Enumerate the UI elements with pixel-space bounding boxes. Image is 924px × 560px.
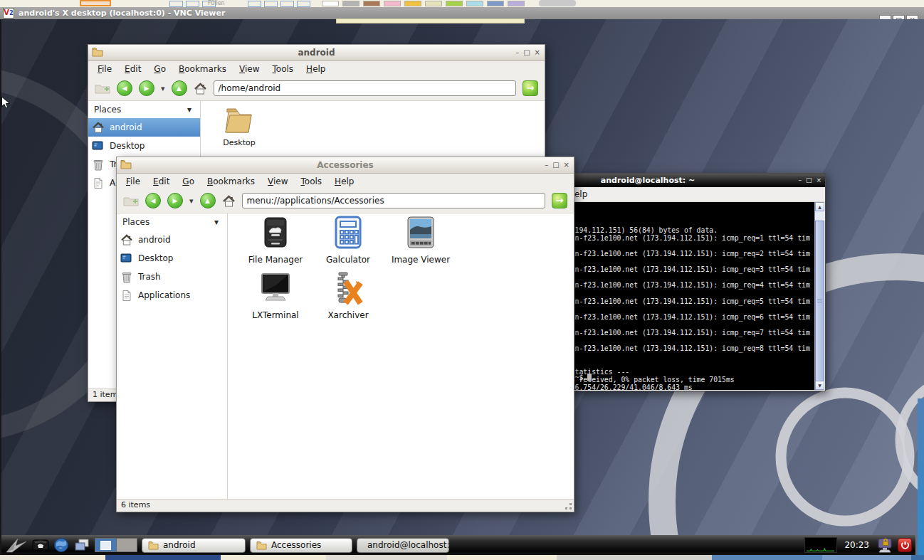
vnc-titlebar[interactable]: V2 android's X desktop (localhost:0) - V… [0, 7, 924, 19]
palette-swatch[interactable] [487, 1, 504, 6]
menu-item-view[interactable]: View [261, 176, 294, 186]
cpu-monitor[interactable] [804, 537, 837, 553]
app-icon-galculator[interactable]: Galculator [312, 216, 384, 265]
pager-desktop-2[interactable] [116, 539, 137, 551]
place-item-android[interactable]: android [88, 118, 200, 137]
home-icon[interactable] [222, 195, 236, 207]
menu-item-help[interactable]: Help [328, 176, 360, 186]
place-item-desktop[interactable]: Desktop [88, 137, 200, 155]
palette-swatch[interactable] [425, 1, 442, 6]
app-icon-xarchiver[interactable]: Xarchiver [312, 271, 384, 320]
menu-item-tools[interactable]: Tools [266, 64, 300, 74]
close-button[interactable]: × [816, 176, 821, 185]
collapse-chevron-icon[interactable]: ▾ [214, 217, 219, 227]
iconify-windows-icon[interactable] [73, 538, 90, 552]
back-button[interactable] [117, 80, 132, 96]
palette-swatch[interactable] [322, 1, 339, 6]
app-icon-file-manager[interactable]: File Manager [239, 216, 312, 265]
up-button[interactable] [172, 80, 187, 96]
palette-swatch[interactable] [384, 1, 401, 6]
palette-swatch[interactable] [404, 1, 421, 6]
acc-status-bar: 6 items [117, 499, 574, 512]
lxde-menu-button[interactable] [5, 537, 28, 554]
web-browser-launcher-icon[interactable] [53, 537, 69, 553]
collapse-chevron-icon[interactable]: ▾ [187, 105, 191, 115]
lock-screen-button[interactable] [876, 537, 893, 554]
menu-item-go[interactable]: Go [176, 176, 201, 186]
host-thumbnail-icon[interactable] [80, 0, 111, 6]
applications-icon [92, 177, 105, 189]
task-button-accessories[interactable]: Accessories [250, 538, 352, 553]
logout-button[interactable] [898, 538, 912, 552]
file-manager-launcher-icon[interactable] [32, 539, 49, 551]
file-icon-desktop[interactable]: Desktop [209, 105, 269, 147]
palette-swatch[interactable] [446, 1, 463, 6]
up-button[interactable] [200, 193, 216, 208]
app-icon-image-viewer[interactable]: Image Viewer [384, 216, 457, 265]
history-dropdown-icon[interactable]: ▾ [189, 196, 194, 206]
new-tab-icon[interactable] [123, 195, 139, 206]
acc-titlebar[interactable]: Accessories – □ × [117, 157, 574, 174]
pager-desktop-1[interactable] [95, 539, 116, 551]
task-button-android[interactable]: android [142, 538, 246, 553]
scroll-down-button[interactable]: ▼ [815, 381, 824, 390]
place-item-android[interactable]: android [117, 231, 227, 249]
fm-titlebar[interactable]: android – □ × [88, 45, 545, 61]
app-icon-lxterminal[interactable]: LXTerminal [239, 271, 312, 320]
place-item-applications[interactable]: Applications [117, 286, 227, 305]
host-remnant-strip [336, 19, 525, 23]
taskbar: android Accessories android@localhost: ~… [1, 535, 916, 555]
fill-dropdown-label[interactable]: Füllen [208, 0, 225, 6]
close-button[interactable]: × [535, 47, 540, 58]
trash-icon [120, 271, 133, 283]
address-input[interactable] [242, 193, 545, 208]
host-scroll-pill[interactable] [539, 0, 576, 6]
scroll-thumb[interactable] [815, 221, 824, 382]
minimize-button[interactable]: – [798, 176, 802, 185]
minimize-button[interactable]: – [515, 47, 519, 58]
menu-item-file[interactable]: File [120, 176, 147, 186]
menu-item-bookmarks[interactable]: Bookmarks [201, 176, 261, 186]
go-button[interactable]: → [552, 193, 567, 208]
scroll-up-button[interactable]: ▲ [815, 202, 824, 211]
acc-menubar: File Edit Go Bookmarks View Tools Help [117, 174, 574, 189]
place-item-trash[interactable]: Trash [117, 268, 227, 286]
task-button-terminal[interactable]: android@localhost: ~ [357, 538, 449, 553]
forward-button[interactable] [167, 193, 183, 208]
terminal-scrollbar[interactable]: ▲ ▼ [814, 202, 824, 390]
go-button[interactable]: → [523, 80, 538, 96]
maximize-button[interactable]: □ [552, 159, 559, 170]
menu-item-edit[interactable]: Edit [118, 64, 147, 74]
palette-swatch[interactable] [466, 1, 483, 6]
menu-item-go[interactable]: Go [147, 64, 172, 74]
maximize-button[interactable]: □ [523, 47, 530, 58]
menu-item-view[interactable]: View [233, 64, 266, 74]
clock[interactable]: 20:23 [841, 540, 872, 550]
home-icon[interactable] [194, 83, 207, 95]
maximize-button[interactable]: □ [806, 176, 812, 185]
menu-item-tools[interactable]: Tools [295, 176, 329, 186]
address-input[interactable] [214, 80, 516, 96]
minimize-button[interactable]: – [545, 159, 548, 170]
places-header: Places [94, 105, 121, 115]
menu-item-help[interactable]: Help [300, 64, 332, 74]
history-dropdown-icon[interactable]: ▾ [161, 84, 165, 93]
close-button[interactable]: × [564, 159, 569, 170]
fm-menubar: File Edit Go Bookmarks View Tools Help [88, 61, 545, 76]
menu-item-file[interactable]: File [91, 64, 118, 74]
folder-icon [256, 541, 267, 550]
folder-icon [223, 105, 256, 134]
palette-swatch[interactable] [363, 1, 380, 6]
menu-item-edit[interactable]: Edit [147, 176, 176, 186]
host-taskbar-segment [557, 555, 712, 560]
archiver-icon [332, 271, 364, 305]
palette-swatch[interactable] [342, 1, 359, 6]
back-button[interactable] [145, 193, 161, 208]
menu-item-bookmarks[interactable]: Bookmarks [172, 64, 233, 74]
resize-grip[interactable] [569, 507, 572, 509]
place-item-desktop[interactable]: Desktop [117, 249, 227, 268]
calculator-icon [332, 216, 364, 250]
forward-button[interactable] [139, 80, 154, 96]
new-tab-icon[interactable] [95, 83, 110, 94]
palette-swatch[interactable] [508, 1, 525, 6]
